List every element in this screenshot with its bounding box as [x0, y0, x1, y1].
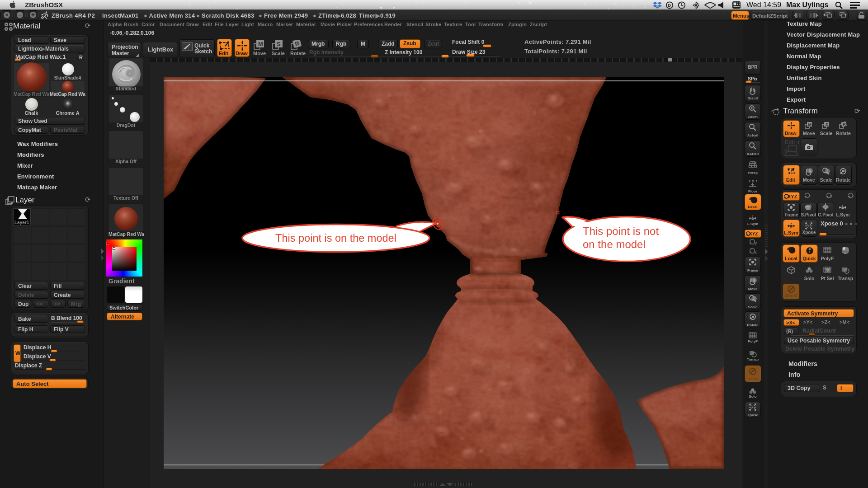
svg-text:M: M: [808, 122, 812, 127]
svg-text:on the model: on the model: [583, 238, 646, 250]
svg-text:This point is on the model: This point is on the model: [275, 232, 396, 244]
svg-text:D: D: [668, 3, 671, 8]
svg-text:This point is not: This point is not: [583, 225, 659, 237]
svg-text:M: M: [258, 41, 263, 47]
svg-text:x y z: x y z: [749, 179, 757, 183]
svg-text:S: S: [277, 41, 281, 47]
svg-text:S: S: [826, 122, 828, 127]
